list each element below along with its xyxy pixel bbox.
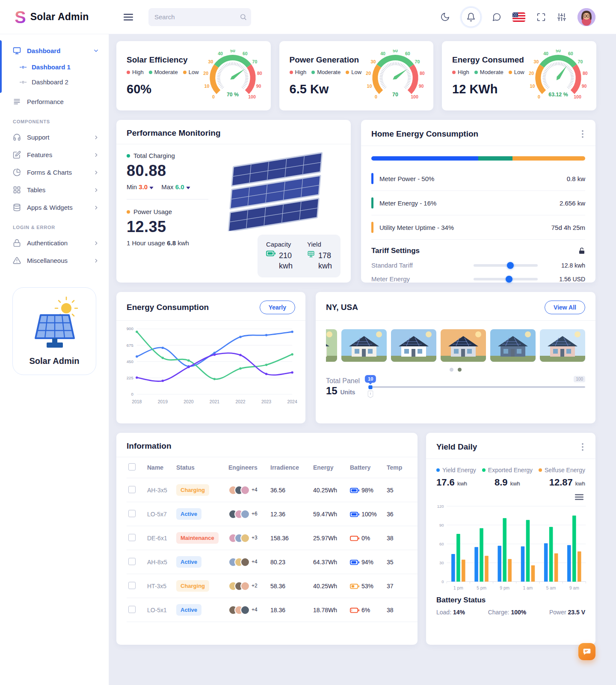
sidebar-item-authentication[interactable]: Authentication (0, 234, 109, 252)
slider-track[interactable] (368, 386, 585, 388)
ny-usa-card: NY, USA View All (316, 292, 595, 423)
panel-name: LO-5x7 (145, 502, 175, 526)
sidebar-item-label: Support (27, 134, 87, 141)
total-panel-slider[interactable]: 10 100 (368, 377, 585, 397)
engineer-avatars (228, 557, 250, 567)
power-generation-card: Power Generation High Moderate Low 6.5 K… (279, 41, 434, 110)
svg-text:90: 90 (581, 83, 586, 89)
yearly-button[interactable]: Yearly (260, 301, 295, 314)
house-photo[interactable] (441, 329, 486, 362)
sidebar-item-label: Dashboard 2 (32, 78, 68, 86)
kebab-menu-icon[interactable] (580, 128, 585, 140)
svg-text:0: 0 (131, 392, 133, 396)
house-carousel (326, 329, 585, 362)
meter-energy-slider-row: Meter Energy 1.56 USD (371, 275, 585, 283)
engineer-avatar (240, 557, 250, 567)
sidebar-item-miscellaneous[interactable]: Miscellaneous (0, 252, 109, 269)
meter-energy-slider[interactable] (474, 278, 538, 280)
house-photo[interactable] (391, 329, 436, 362)
energy-consumed-card: Energy Consumed High Moderate Low 12 KWh… (442, 41, 596, 110)
sidebar-item-dashboard[interactable]: Dashboard (0, 42, 109, 60)
engineer-avatars (228, 581, 250, 591)
svg-text:90: 90 (419, 83, 424, 89)
slider-value-badge: 10 (365, 375, 376, 383)
chat-fab-button[interactable] (578, 643, 595, 660)
settings-button[interactable] (557, 12, 566, 22)
card-title: NY, USA (326, 303, 358, 312)
irradience-value: 80.23 (269, 550, 311, 574)
row-checkbox[interactable] (128, 606, 136, 613)
slider-handle[interactable] (369, 385, 373, 389)
irradience-value: 36.56 (269, 478, 311, 502)
svg-text:20: 20 (203, 71, 208, 76)
kebab-menu-icon[interactable] (580, 441, 585, 453)
menu-toggle-button[interactable] (123, 12, 134, 23)
sidebar-item-tables[interactable]: Tables (0, 181, 109, 199)
house-photo[interactable] (490, 329, 536, 362)
view-all-button[interactable]: View All (545, 301, 585, 314)
row-checkbox[interactable] (128, 558, 136, 565)
sidebar-item-label: Forms & Charts (27, 169, 87, 176)
carousel-dot[interactable] (450, 368, 453, 372)
capacity-label: Capacity (266, 241, 293, 248)
standard-tariff-row: Standard Tariff 12.8 kwh (371, 262, 585, 269)
user-avatar[interactable] (578, 8, 595, 26)
sidebar-item-forms-charts[interactable]: Forms & Charts (0, 164, 109, 181)
messages-button[interactable] (492, 12, 501, 22)
engineer-count: +4 (252, 559, 258, 565)
language-button[interactable] (512, 12, 525, 22)
slider-handle[interactable] (507, 262, 514, 269)
hour-usage: 1 Hour usage 6.8 kwh (127, 239, 216, 247)
search-input[interactable] (154, 13, 240, 21)
sidebar-item-performance[interactable]: Performance (0, 93, 109, 110)
chevron-right-icon (93, 134, 99, 140)
min-control[interactable]: Min 3.0 (127, 183, 154, 191)
svg-text:20: 20 (366, 71, 371, 76)
moderate-dot (149, 71, 152, 74)
total-panel-units: 15 Units (326, 385, 360, 397)
svg-text:80: 80 (583, 71, 588, 76)
total-panel-label: Total Panel (326, 377, 360, 385)
svg-text:30: 30 (371, 59, 376, 64)
sidebar-item-features[interactable]: Features (0, 146, 109, 164)
select-all-checkbox[interactable] (128, 463, 136, 471)
house-photo[interactable] (341, 329, 387, 362)
slider-handle[interactable] (506, 276, 512, 283)
sidebar-item-dashboard-2[interactable]: Dashboard 2 (0, 74, 109, 89)
fullscreen-icon (536, 12, 546, 22)
svg-text:1 am: 1 am (523, 586, 533, 590)
sidebar-item-apps-widgets[interactable]: Apps & Widgets (0, 199, 109, 216)
svg-text:80: 80 (420, 71, 425, 76)
card-title: Home Energy Consumption (371, 129, 478, 139)
row-checkbox[interactable] (128, 582, 136, 589)
svg-text:5 pm: 5 pm (477, 586, 486, 590)
svg-text:63.12 %: 63.12 % (548, 92, 568, 98)
fullscreen-button[interactable] (536, 12, 546, 22)
search-icon[interactable] (240, 13, 247, 21)
gauge-chart: 010203040506070809010070 (361, 50, 429, 102)
svg-text:100: 100 (411, 94, 418, 99)
sidebar-item-dashboard-1[interactable]: Dashboard 1 (0, 60, 109, 74)
svg-text:70: 70 (392, 92, 398, 98)
row-checkbox[interactable] (128, 534, 136, 541)
standard-tariff-slider[interactable] (474, 264, 538, 267)
house-photo[interactable] (326, 329, 337, 362)
house-photo[interactable] (540, 329, 585, 362)
search-box (148, 8, 251, 26)
table-header-row: Name Status Engineers Irradience Energy … (127, 457, 418, 478)
notifications-button[interactable] (466, 12, 476, 22)
svg-text:225: 225 (127, 375, 133, 380)
engineer-avatar (240, 533, 250, 543)
unlock-icon[interactable] (578, 247, 585, 254)
max-control[interactable]: Max 6.0 (161, 183, 190, 191)
svg-text:30: 30 (208, 59, 213, 64)
sidebar-item-label: Dashboard (27, 47, 87, 54)
chevron-right-icon (93, 240, 99, 246)
panel-name: HT-3x5 (145, 574, 175, 598)
dark-mode-button[interactable] (440, 12, 450, 22)
row-checkbox[interactable] (128, 486, 136, 493)
carousel-dot-active[interactable] (458, 368, 462, 372)
chart-menu-icon[interactable] (573, 492, 585, 502)
row-checkbox[interactable] (128, 510, 136, 517)
sidebar-item-support[interactable]: Support (0, 128, 109, 146)
